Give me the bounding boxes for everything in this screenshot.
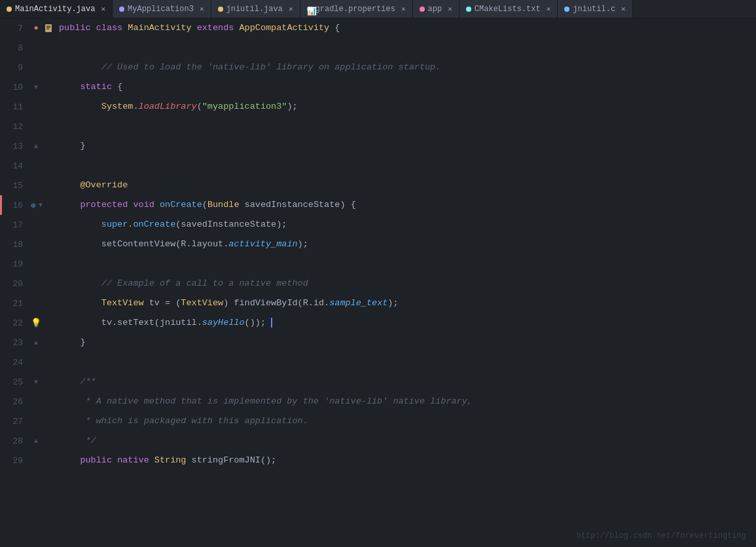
code-line-27: 27 * which is packaged with this applica…	[0, 411, 756, 431]
spacer-icon-22	[43, 317, 54, 329]
code-content-23: }	[56, 333, 756, 352]
code-line-28: 28 ▲ */	[0, 431, 756, 451]
code-line-10: 10 ▼ static {	[0, 77, 756, 97]
tab-jniutil-c[interactable]: jniutil.c ✕	[558, 0, 632, 18]
line-gutter-28: ▲	[29, 438, 43, 445]
breakpoint-icon-7[interactable]: ●	[33, 24, 38, 33]
tab-close-jniutil-c[interactable]: ✕	[621, 5, 626, 13]
line-num-11: 11	[0, 102, 29, 112]
tab-icon-mainactivity	[7, 7, 12, 12]
tab-icon-cmake	[466, 7, 471, 12]
code-content-28: */	[56, 431, 756, 451]
line-num-21: 21	[0, 299, 29, 309]
tab-jniutil-java[interactable]: jniutil.java ✕	[211, 0, 300, 18]
line-num-29: 29	[0, 456, 29, 466]
spacer-icon-14	[43, 160, 54, 172]
side-indicator-16	[0, 195, 2, 215]
tab-icon-app	[420, 7, 425, 12]
code-content-21: TextView tv = (TextView) findViewById(R.…	[56, 293, 756, 313]
tab-mainactivity[interactable]: MainActivity.java ✕	[0, 0, 113, 18]
code-line-14: 14	[0, 156, 756, 176]
code-content-20: // Example of a call to a native method	[56, 274, 756, 293]
fold-arrow-23[interactable]: ▲	[34, 339, 38, 347]
code-line-21: 21 TextView tv = (TextView) findViewById…	[0, 293, 756, 313]
line-num-19: 19	[0, 259, 29, 269]
code-content-13: }	[56, 136, 756, 156]
spacer-icon-13	[43, 140, 54, 152]
line-num-14: 14	[0, 161, 29, 171]
line-gutter-13: ▲	[29, 143, 43, 150]
tab-close-jniutil-java[interactable]: ✕	[289, 5, 293, 13]
tab-close-mainactivity[interactable]: ✕	[101, 5, 105, 13]
tab-myapplication[interactable]: MyApplication3 ✕	[113, 0, 211, 18]
line-num-15: 15	[0, 181, 29, 191]
line-num-20: 20	[0, 279, 29, 289]
code-line-26: 26 * A native method that is implemented…	[0, 392, 756, 411]
tab-label-myapplication: MyApplication3	[128, 5, 194, 14]
line-num-9: 9	[0, 63, 29, 73]
code-line-16: 16 ⊙ ▼ protected void onCreate(Bundle sa…	[0, 195, 756, 215]
code-line-20: 20 // Example of a call to a native meth…	[0, 274, 756, 293]
fold-arrow-13[interactable]: ▲	[34, 143, 38, 150]
spacer-icon-11	[43, 101, 54, 113]
code-content-10: static {	[56, 77, 756, 97]
spacer-icon-10	[43, 81, 54, 93]
tab-label-jniutil-c: jniutil.c	[573, 5, 615, 14]
debug-icon-16: ⊙	[29, 200, 37, 210]
spacer-icon-24	[43, 356, 54, 368]
code-line-25: 25 ▼ /**	[0, 372, 756, 392]
fold-arrow-25[interactable]: ▼	[34, 379, 38, 386]
code-line-23: 23 ▲ }	[0, 333, 756, 352]
spacer-icon-21	[43, 297, 54, 309]
code-content-17: super.onCreate(savedInstanceState);	[56, 215, 756, 235]
tab-icon-jniutil-c	[564, 7, 569, 12]
fold-arrow-16[interactable]: ▼	[39, 202, 43, 209]
lightbulb-icon-22[interactable]: 💡	[31, 318, 41, 328]
tab-app[interactable]: app ✕	[413, 0, 459, 18]
code-line-13: 13 ▲ }	[0, 136, 756, 156]
spacer-icon-9	[43, 62, 54, 73]
tab-cmake[interactable]: CMakeLists.txt ✕	[459, 0, 558, 18]
code-content-11: System.loadLibrary("myapplication3");	[56, 97, 756, 117]
line-num-12: 12	[0, 122, 29, 132]
spacer-icon-28	[43, 435, 54, 447]
fold-arrow-10[interactable]: ▼	[34, 84, 38, 91]
line-num-13: 13	[0, 141, 29, 151]
code-line-22: 22 💡 tv.setText(jniutil.sayHello());	[0, 313, 756, 333]
code-line-18: 18 setContentView(R.layout.activity_main…	[0, 235, 756, 254]
line-num-27: 27	[0, 417, 29, 426]
code-line-8: 8	[0, 38, 756, 58]
file-icon-7	[43, 22, 54, 34]
spacer-icon-17	[43, 219, 54, 231]
code-content-18: setContentView(R.layout.activity_main);	[56, 235, 756, 254]
line-num-16: 16	[0, 200, 29, 210]
tab-gradle[interactable]: 📊 gradle.properties ✕	[300, 0, 413, 18]
line-num-22: 22	[0, 318, 29, 328]
spacer-icon-20	[43, 278, 54, 290]
spacer-icon-15	[43, 179, 54, 191]
tab-label-app: app	[428, 5, 442, 14]
code-content-27: * which is packaged with this applicatio…	[56, 411, 756, 431]
line-gutter-22: 💡	[29, 318, 43, 328]
tab-close-app[interactable]: ✕	[448, 5, 452, 13]
tab-close-myapplication[interactable]: ✕	[200, 5, 204, 13]
line-num-18: 18	[0, 240, 29, 250]
fold-arrow-28[interactable]: ▲	[34, 438, 38, 445]
line-gutter-25: ▼	[29, 379, 43, 386]
code-content-26: * A native method that is implemented by…	[56, 392, 756, 411]
spacer-icon-29	[43, 455, 54, 466]
spacer-icon-23	[43, 337, 54, 349]
code-line-24: 24	[0, 352, 756, 372]
tab-icon-myapplication	[119, 7, 124, 12]
code-line-29: 29 public native String stringFromJNI();	[0, 451, 756, 470]
watermark: http://blog.csdn.net/forevertingting	[577, 531, 746, 540]
code-editor: 7 ● public class MainActivity extends Ap…	[0, 18, 756, 547]
code-content-7: public class MainActivity extends AppCom…	[56, 18, 756, 38]
spacer-icon-16	[43, 199, 54, 211]
tab-label-mainactivity: MainActivity.java	[15, 5, 95, 14]
line-num-10: 10	[0, 83, 29, 92]
tab-close-gradle[interactable]: ✕	[401, 5, 406, 13]
tab-close-cmake[interactable]: ✕	[547, 5, 551, 13]
line-gutter-7: ●	[29, 24, 43, 33]
spacer-icon-25	[43, 376, 54, 388]
